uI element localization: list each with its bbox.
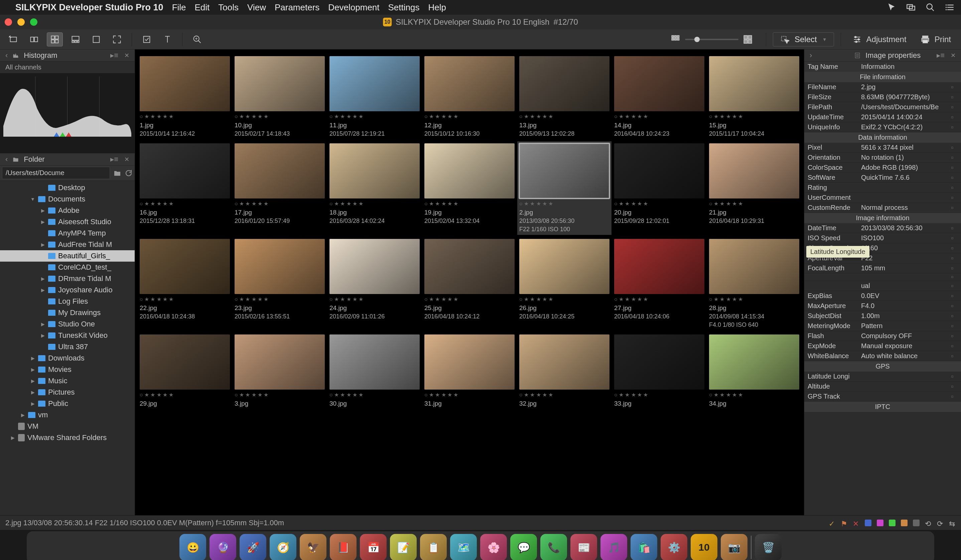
disclosure-triangle-icon[interactable]: ▶ [40, 242, 45, 247]
thumbnail-item[interactable]: ○ ★ ★ ★ ★ ★ 32.jpg [519, 334, 609, 409]
tree-item[interactable]: ▶Studio One [0, 318, 135, 330]
property-info-icon[interactable]: ¤ [951, 374, 958, 379]
property-info-icon[interactable]: ¤ [951, 115, 958, 120]
menu-file[interactable]: File [172, 2, 186, 13]
thumbnail-image[interactable] [235, 334, 325, 390]
dock-app[interactable]: 📷 [721, 534, 747, 560]
tree-item[interactable]: ▶Aiseesoft Studio [0, 216, 135, 228]
menu-parameters[interactable]: Parameters [275, 2, 320, 13]
thumbnail-rating[interactable]: ○ ★ ★ ★ ★ ★ [424, 295, 514, 303]
property-info-icon[interactable]: ¤ [951, 205, 958, 210]
folder-tree[interactable]: Desktop▼Documents▶Adobe▶Aiseesoft Studio… [0, 181, 135, 515]
thumbnail-item[interactable]: ○ ★ ★ ★ ★ ★ 19.jpg 2015/02/04 13:32:04 [424, 143, 514, 233]
thumbnail-rating[interactable]: ○ ★ ★ ★ ★ ★ [235, 112, 325, 120]
tree-item[interactable]: VM [0, 421, 135, 432]
tree-item[interactable]: AnyMP4 Temp [0, 228, 135, 239]
thumbnail-image[interactable] [614, 143, 704, 199]
thumbnail-image[interactable] [424, 334, 514, 390]
property-info-icon[interactable]: ¤ [951, 125, 958, 130]
thumbnail-image[interactable] [140, 239, 230, 294]
rotate-right-button[interactable]: ⟳ [937, 520, 943, 526]
dock-app[interactable]: 📅 [360, 534, 387, 560]
dock-app[interactable]: 🌸 [480, 534, 507, 560]
thumbnail-item[interactable]: ○ ★ ★ ★ ★ ★ 27.jpg 2016/04/18 10:24:06 [614, 239, 704, 329]
tree-item[interactable]: ▶TunesKit Video [0, 330, 135, 341]
thumbnail-item[interactable]: ○ ★ ★ ★ ★ ★ 23.jpg 2015/02/16 13:55:51 [235, 239, 325, 329]
folder-panel-menu-icon[interactable]: ▸≡ [110, 155, 118, 164]
thumbnail-image[interactable] [614, 334, 704, 390]
dock-app[interactable]: 🦅 [300, 534, 326, 560]
thumbnail-image[interactable] [329, 239, 420, 294]
dock-app[interactable]: 📰 [570, 534, 597, 560]
thumbnail-item[interactable]: ○ ★ ★ ★ ★ ★ 14.jpg 2016/04/18 10:24:23 [614, 56, 704, 137]
thumbnail-item[interactable]: ○ ★ ★ ★ ★ ★ 13.jpg 2015/09/13 12:02:28 [519, 56, 609, 137]
property-info-icon[interactable]: ¤ [951, 185, 958, 191]
tree-item[interactable]: Log Files [0, 296, 135, 307]
thumbnail-rating[interactable]: ○ ★ ★ ★ ★ ★ [614, 295, 704, 303]
folder-path-input[interactable] [2, 167, 110, 179]
dock-app[interactable]: 💬 [510, 534, 537, 560]
property-info-icon[interactable]: ¤ [951, 294, 958, 299]
thumbnail-image[interactable] [424, 239, 514, 294]
thumbnail-rating[interactable]: ○ ★ ★ ★ ★ ★ [329, 391, 420, 399]
thumbnail-image[interactable] [140, 143, 230, 199]
thumbnail-image[interactable] [519, 143, 609, 199]
thumbnail-item[interactable]: ○ ★ ★ ★ ★ ★ 21.jpg 2016/04/18 10:29:31 [709, 143, 799, 233]
thumbnail-item[interactable]: ○ ★ ★ ★ ★ ★ 18.jpg 2016/03/28 14:02:24 [329, 143, 420, 233]
property-info-icon[interactable]: ¤ [951, 394, 958, 399]
label-orange[interactable] [901, 520, 908, 526]
property-info-icon[interactable]: ¤ [951, 104, 958, 110]
thumbnail-rating[interactable]: ○ ★ ★ ★ ★ ★ [519, 391, 609, 399]
label-gray[interactable] [913, 520, 919, 526]
thumbnail-rating[interactable]: ○ ★ ★ ★ ★ ★ [519, 295, 609, 303]
thumbnail-image[interactable] [709, 334, 799, 390]
thumbnail-rating[interactable]: ○ ★ ★ ★ ★ ★ [424, 200, 514, 207]
thumbnail-rating[interactable]: ○ ★ ★ ★ ★ ★ [519, 200, 609, 207]
thumbnail-image[interactable] [140, 334, 230, 390]
thumbnail-image[interactable] [329, 334, 420, 390]
thumbnail-image[interactable] [329, 56, 420, 111]
thumbnail-image[interactable] [140, 56, 230, 111]
cursor-icon[interactable] [887, 3, 896, 12]
thumbnail-rating[interactable]: ○ ★ ★ ★ ★ ★ [329, 295, 420, 303]
thumbnail-rating[interactable]: ○ ★ ★ ★ ★ ★ [709, 200, 799, 207]
status-reject-icon[interactable]: ✕ [853, 520, 860, 526]
thumbnail-rating[interactable]: ○ ★ ★ ★ ★ ★ [519, 112, 609, 120]
disclosure-triangle-icon[interactable]: ▶ [30, 378, 35, 383]
tree-item[interactable]: My Drawings [0, 307, 135, 318]
tree-item[interactable]: ▶vm [0, 409, 135, 421]
property-info-icon[interactable]: ¤ [951, 165, 958, 170]
panel-menu-icon[interactable]: ▸≡ [110, 51, 118, 60]
thumbnail-size-slider[interactable] [671, 35, 752, 44]
thumbnail-item[interactable]: ○ ★ ★ ★ ★ ★ 2.jpg 2013/03/08 20:56:30 F2… [517, 141, 611, 235]
thumbnail-rating[interactable]: ○ ★ ★ ★ ★ ★ [424, 391, 514, 399]
tree-item[interactable]: ▶Joyoshare Audio [0, 284, 135, 296]
thumbnail-item[interactable]: ○ ★ ★ ★ ★ ★ 30.jpg [329, 334, 420, 409]
disclosure-triangle-icon[interactable]: ▶ [30, 356, 35, 361]
text-tool-button[interactable] [159, 32, 175, 47]
thumbnail-item[interactable]: ○ ★ ★ ★ ★ ★ 16.jpg 2015/12/28 13:18:31 [140, 143, 230, 233]
thumbnail-item[interactable]: ○ ★ ★ ★ ★ ★ 29.jpg [140, 334, 230, 409]
property-info-icon[interactable]: ¤ [951, 353, 958, 359]
label-green[interactable] [889, 520, 895, 526]
menu-development[interactable]: Development [328, 2, 379, 13]
label-magenta[interactable] [877, 520, 884, 526]
thumbnail-image[interactable] [519, 56, 609, 111]
tree-item[interactable]: Desktop [0, 182, 135, 193]
property-info-icon[interactable]: ¤ [951, 95, 958, 100]
dock-app[interactable]: 🗺️ [450, 534, 477, 560]
select-mode-button[interactable]: Select ▼ [773, 32, 834, 47]
zoom-window-button[interactable] [30, 18, 37, 26]
thumbnail-item[interactable]: ○ ★ ★ ★ ★ ★ 20.jpg 2015/09/28 12:02:01 [614, 143, 704, 233]
property-info-icon[interactable]: ¤ [951, 195, 958, 201]
browse-folder-button[interactable] [113, 169, 121, 177]
thumbnail-rating[interactable]: ○ ★ ★ ★ ★ ★ [235, 295, 325, 303]
tree-item[interactable]: ▶Public [0, 398, 135, 409]
property-info-icon[interactable]: ¤ [951, 323, 958, 329]
disclosure-triangle-icon[interactable]: ▼ [30, 196, 35, 202]
single-view-button[interactable] [5, 32, 21, 47]
thumbnail-rating[interactable]: ○ ★ ★ ★ ★ ★ [140, 391, 230, 399]
thumbnail-rating[interactable]: ○ ★ ★ ★ ★ ★ [140, 112, 230, 120]
menu-tools[interactable]: Tools [218, 2, 239, 13]
thumbnail-rating[interactable]: ○ ★ ★ ★ ★ ★ [709, 295, 799, 303]
